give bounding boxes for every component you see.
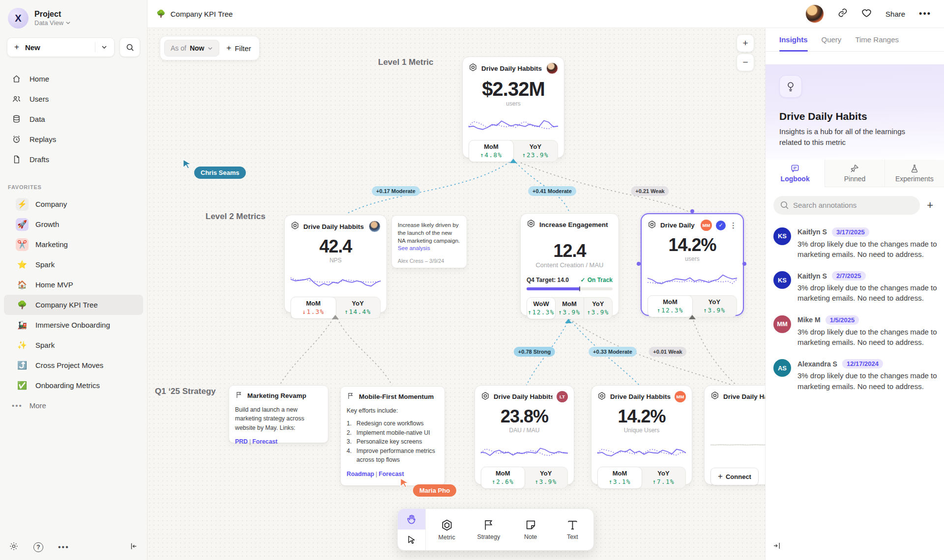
metric-card-drive-daily-habbits-l1[interactable]: Drive Daily Habbits $2.32M users MoM ↑4.…: [462, 56, 564, 158]
metric-card-drive-daily-habbits-nps[interactable]: Drive Daily Habbits 42.4 NPS MoM ↓1.3% Y…: [284, 215, 387, 313]
connect-button[interactable]: + Connect: [710, 468, 759, 485]
sidebar-item-spark[interactable]: ⭐ Spark: [4, 254, 143, 275]
metric-card-drive-daily-habbits-selected[interactable]: Drive Daily Habb.. MM ✓ ⋮ 14.2% users Mo…: [641, 213, 744, 316]
collapse-panel-icon[interactable]: [772, 541, 781, 552]
yoy-toggle[interactable]: YoY ↑3.9%: [584, 298, 612, 319]
zoom-out-button[interactable]: −: [737, 54, 754, 71]
as-of-selector[interactable]: As of Now: [164, 40, 219, 56]
see-analysis-link[interactable]: See analysis: [398, 245, 461, 251]
mom-toggle[interactable]: MoM ↑3.9%: [555, 298, 583, 319]
metric-tool-button[interactable]: Metric: [426, 509, 468, 550]
annotation-item[interactable]: KS Kaitlyn S 3/17/2025 3% drop likely du…: [773, 227, 932, 260]
user-avatar[interactable]: [805, 4, 824, 23]
favorite-label: Home MVP: [35, 280, 73, 289]
mom-value: ↑3.9%: [555, 308, 583, 316]
forecast-link[interactable]: Forecast: [252, 438, 277, 445]
sidebar-item-drafts[interactable]: Drafts: [0, 149, 147, 169]
copy-link-icon[interactable]: [838, 8, 848, 20]
expand-handle[interactable]: [565, 319, 572, 323]
strategy-card-marketing-revamp[interactable]: Marketing Revamp Build and launch a new …: [229, 385, 328, 443]
tab-pinned[interactable]: Pinned: [825, 160, 884, 187]
card-menu-icon[interactable]: ⋮: [730, 221, 737, 230]
tab-query[interactable]: Query: [822, 28, 842, 51]
sidebar-item-company[interactable]: ⚡ Company: [4, 194, 143, 214]
project-logo[interactable]: X: [8, 8, 29, 28]
more-menu-icon[interactable]: •••: [919, 9, 931, 19]
annotation-date-badge: 3/17/2025: [832, 227, 869, 237]
expand-handle[interactable]: [510, 159, 517, 163]
annotation-item[interactable]: AS Alexandra S 12/17/2024 3% drop likely…: [773, 359, 932, 392]
mom-toggle[interactable]: MoM ↑3.1%: [597, 467, 642, 489]
settings-gear-icon[interactable]: [9, 541, 19, 553]
metric-card-unique-users[interactable]: Drive Daily Habbits MM 14.2% Unique User…: [591, 385, 692, 485]
sidebar-item-company-kpi-tree[interactable]: 🌳 Company KPI Tree: [4, 295, 143, 315]
edge-weight-label: +0.17 Moderate: [372, 186, 420, 196]
sidebar-item-immersive-onboarding[interactable]: 🚂 Immersive Onboarding: [4, 315, 143, 335]
sidebar-item-replays[interactable]: Replays: [0, 129, 147, 149]
wow-toggle[interactable]: WoW ↑12.3%: [527, 297, 556, 319]
yoy-toggle[interactable]: YoY ↑7.1%: [642, 467, 685, 488]
sidebar-item-onboarding-metrics[interactable]: ✅ Onboarding Metrics: [4, 375, 143, 395]
mom-toggle[interactable]: MoM ↑12.3%: [648, 295, 693, 317]
prd-link[interactable]: PRD: [235, 438, 248, 445]
new-button[interactable]: + New: [7, 37, 115, 57]
mom-toggle[interactable]: MoM ↓1.3%: [291, 297, 336, 319]
select-tool-button[interactable]: [398, 530, 425, 550]
mom-toggle[interactable]: MoM ↑2.6%: [481, 467, 525, 489]
sidebar-item-spark-2[interactable]: ✨ Spark: [4, 335, 143, 355]
expand-handle[interactable]: [332, 315, 339, 319]
roadmap-link[interactable]: Roadmap: [347, 471, 374, 477]
sidebar-item-cross-project-moves[interactable]: ⤴️ Cross Project Moves: [4, 355, 143, 375]
tab-time-ranges[interactable]: Time Ranges: [855, 28, 899, 51]
connector-handle[interactable]: [690, 209, 694, 213]
tab-experiments[interactable]: Experiments: [885, 160, 944, 187]
forecast-link[interactable]: Forecast: [379, 471, 404, 477]
yoy-toggle[interactable]: YoY ↑3.9%: [525, 467, 568, 488]
sidebar-item-data[interactable]: Data: [0, 109, 147, 129]
zoom-in-button[interactable]: +: [737, 34, 754, 52]
annotations-search-input[interactable]: [773, 196, 920, 215]
add-annotation-button[interactable]: +: [927, 200, 933, 211]
metric-card-increase-engagement[interactable]: Increase Engagement 12.4 Content Creatio…: [520, 213, 619, 316]
kpi-tree-canvas[interactable]: As of Now + Filter + − Level 1 Metric Le…: [148, 28, 765, 560]
collapse-sidebar-icon[interactable]: [129, 542, 138, 553]
metric-card-partial[interactable]: Drive Daily Hab + Connect: [704, 385, 765, 485]
chevron-down-icon[interactable]: [101, 44, 107, 50]
connector-handle[interactable]: [742, 262, 746, 266]
metric-card-dau-mau[interactable]: Drive Daily Habbits LT 23.8% DAU / MAU M…: [474, 385, 574, 485]
insight-description: Insights is a hub for all of the learnin…: [779, 126, 927, 148]
sidebar-item-home[interactable]: Home: [0, 69, 147, 89]
sidebar-item-home-mvp[interactable]: 🏠 Home MVP: [4, 275, 143, 295]
tab-logbook[interactable]: Logbook: [766, 160, 825, 187]
project-view-switcher[interactable]: Data View: [34, 19, 71, 27]
sidebar-item-marketing[interactable]: ✂️ Marketing: [4, 234, 143, 254]
search-button[interactable]: [119, 37, 140, 57]
note-tool-button[interactable]: Note: [510, 509, 552, 550]
connector-handle[interactable]: [637, 262, 641, 266]
tab-insights[interactable]: Insights: [779, 28, 808, 51]
hand-tool-button[interactable]: [398, 509, 425, 530]
yoy-toggle[interactable]: YoY ↑3.9%: [692, 296, 737, 317]
insight-metric-title: Drive Daily Habits: [779, 111, 930, 122]
pin-icon: [850, 164, 859, 173]
sidebar-item-users[interactable]: Users: [0, 89, 147, 109]
sidebar-item-growth[interactable]: 🚀 Growth: [4, 214, 143, 234]
mom-toggle[interactable]: MoM ↑4.8%: [469, 140, 514, 162]
filter-button[interactable]: + Filter: [226, 43, 251, 53]
strategy-card-mobile-first-momentum[interactable]: Mobile-First Momentum Key efforts includ…: [340, 386, 445, 486]
annotation-item[interactable]: KS Kaitlyn S 2/7/2025 3% drop likely due…: [773, 271, 932, 304]
favorite-heart-icon[interactable]: [861, 8, 872, 20]
share-button[interactable]: Share: [885, 10, 905, 18]
yoy-toggle[interactable]: YoY ↑23.9%: [513, 140, 558, 162]
strategy-tool-button[interactable]: Strategy: [468, 509, 509, 550]
expand-handle[interactable]: [689, 315, 696, 319]
yoy-toggle[interactable]: YoY ↑14.4%: [336, 297, 381, 318]
sidebar-more-button[interactable]: ••• More: [0, 395, 147, 416]
annotation-note[interactable]: Increase likely driven by the launch of …: [391, 215, 467, 268]
help-icon[interactable]: ?: [33, 542, 43, 552]
text-tool-button[interactable]: Text: [552, 509, 593, 550]
favorite-label: Company KPI Tree: [35, 301, 98, 309]
metric-unit: users: [469, 100, 558, 107]
more-options-icon[interactable]: •••: [58, 543, 69, 552]
annotation-item[interactable]: MM Mike M 1/5/2025 3% drop likely due to…: [773, 315, 932, 348]
